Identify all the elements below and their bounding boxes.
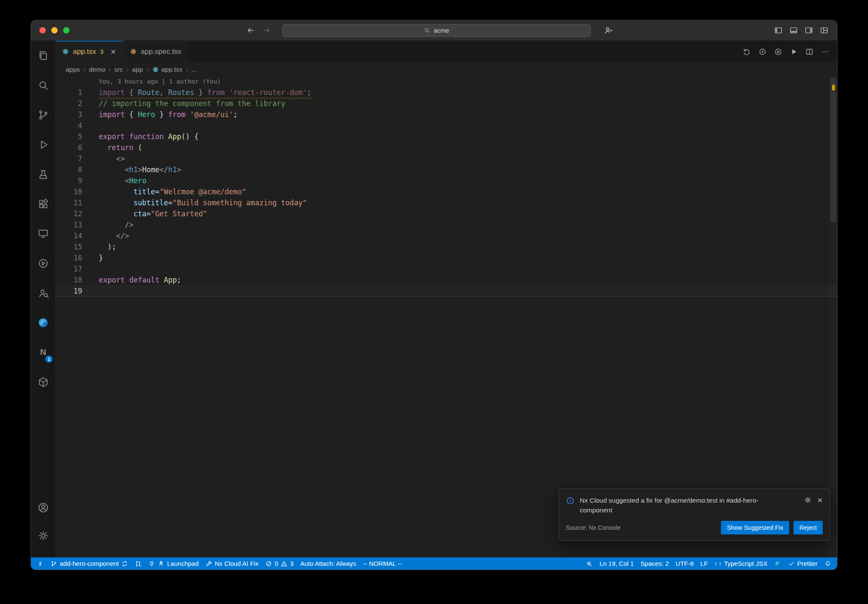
open-changes-icon[interactable] [743, 48, 751, 56]
scrollbar[interactable] [829, 76, 837, 557]
command-center-search[interactable]: acme [282, 24, 591, 37]
toggle-secondary-sidebar-icon[interactable] [804, 26, 813, 35]
customize-layout-icon[interactable] [820, 26, 829, 35]
activity-item-extensions[interactable] [31, 189, 56, 219]
activity-item-nx-console[interactable]: N1 [31, 338, 56, 367]
statusbar-formatter[interactable]: Prettier [785, 557, 821, 570]
line-number[interactable]: 9 [56, 175, 82, 186]
code-line-8[interactable]: 8 <h1>Home</h1> [56, 164, 837, 175]
statusbar-language-mode[interactable]: { }TypeScript JSX [711, 557, 771, 570]
run-file-icon[interactable] [790, 48, 798, 56]
statusbar-notifications-bell[interactable] [821, 557, 835, 570]
line-number[interactable]: 2 [56, 98, 82, 109]
activity-item-live-preview[interactable] [31, 249, 56, 278]
activity-item-package-explorer[interactable] [31, 367, 56, 397]
code-line-7[interactable]: 7 <> [56, 153, 837, 164]
more-actions-icon[interactable] [821, 48, 829, 56]
activity-item-manage-settings[interactable] [31, 522, 56, 550]
activity-item-edge-browser[interactable] [31, 308, 56, 338]
close-icon[interactable]: × [109, 48, 117, 56]
split-editor-icon[interactable] [805, 48, 814, 56]
line-number[interactable]: 12 [56, 208, 82, 219]
breadcrumb-item-demo[interactable]: demo [89, 66, 106, 73]
code-line-9[interactable]: 9 <Hero [56, 175, 837, 186]
code-line-5[interactable]: 5export function App() { [56, 131, 837, 142]
line-number[interactable]: 11 [56, 197, 82, 208]
breadcrumb-item-app[interactable]: app [132, 66, 143, 73]
line-number[interactable]: 14 [56, 230, 82, 241]
breadcrumb-item-src[interactable]: src [114, 66, 123, 73]
activity-item-source-control[interactable] [31, 100, 56, 130]
statusbar-indentation[interactable]: Spaces: 2 [637, 557, 672, 570]
activity-item-remote-explorer[interactable] [31, 219, 56, 249]
code-line-3[interactable]: 3import { Hero } from '@acme/ui'; [56, 109, 837, 120]
go-forward-icon[interactable] [262, 26, 270, 34]
line-number[interactable]: 3 [56, 109, 82, 120]
statusbar-eol[interactable]: LF [697, 557, 712, 570]
statusbar-cursor-position[interactable]: Ln 19, Col 1 [596, 557, 637, 570]
profile-menu-icon[interactable] [602, 25, 615, 36]
code-line-19[interactable]: 19 [56, 285, 837, 296]
activity-item-testing[interactable] [31, 159, 56, 189]
code-line-14[interactable]: 14 </> [56, 230, 837, 241]
code-line-6[interactable]: 6 return ( [56, 142, 837, 153]
line-number[interactable]: 8 [56, 164, 82, 175]
line-number[interactable]: 4 [56, 120, 82, 131]
statusbar-nx-cloud-ai-fix[interactable]: Nx Cloud AI Fix [202, 557, 262, 570]
tab-app.tsx[interactable]: app.tsx3× [56, 41, 124, 62]
activity-item-gitlens[interactable] [31, 278, 56, 308]
line-number[interactable]: 5 [56, 131, 82, 142]
statusbar-vim-mode[interactable]: -- NORMAL -- [359, 557, 405, 570]
statusbar-git-compare[interactable] [131, 557, 145, 570]
zoom-window-button[interactable] [63, 27, 70, 34]
toggle-symbol-icon[interactable] [758, 48, 767, 56]
notification-close-icon[interactable]: × [818, 496, 823, 504]
reject-button[interactable]: Reject [793, 521, 823, 534]
line-number[interactable]: 16 [56, 252, 82, 263]
code-line-4[interactable]: 4 [56, 120, 837, 131]
line-number[interactable]: 15 [56, 241, 82, 252]
statusbar-screencast-zoom[interactable] [582, 557, 596, 570]
code-line-12[interactable]: 12 cta="Get Started" [56, 208, 837, 219]
statusbar-launchpad[interactable]: Launchpad [145, 557, 202, 570]
code-line-2[interactable]: 2// importing the component from the lib… [56, 98, 837, 109]
scrollbar-thumb[interactable] [830, 78, 836, 222]
toggle-primary-sidebar-icon[interactable] [774, 26, 783, 35]
line-number[interactable]: 7 [56, 153, 82, 164]
line-number[interactable]: 13 [56, 219, 82, 230]
statusbar-git-branch[interactable]: add-hero-component [47, 557, 131, 570]
breadcrumb-item-apps[interactable]: apps [66, 66, 80, 73]
statusbar-auto-attach[interactable]: Auto Attach: Always [297, 557, 360, 570]
activity-item-accounts[interactable] [31, 494, 56, 522]
line-number[interactable]: 17 [56, 263, 82, 274]
code-line-1[interactable]: 1import { Route, Routes } from 'react-ro… [56, 87, 837, 98]
code-line-17[interactable]: 17 [56, 263, 837, 274]
minimize-window-button[interactable] [51, 27, 58, 34]
run-preview-icon[interactable] [774, 48, 782, 56]
code-line-13[interactable]: 13 /> [56, 219, 837, 230]
activity-item-search[interactable] [31, 70, 56, 100]
toggle-panel-icon[interactable] [789, 26, 798, 35]
show-suggested-fix-button[interactable]: Show Suggested Fix [721, 521, 789, 534]
close-window-button[interactable] [39, 27, 46, 34]
code-line-11[interactable]: 11 subtitle="Build something amazing tod… [56, 197, 837, 208]
statusbar-browser-indicator[interactable] [771, 557, 785, 570]
line-number[interactable]: 19 [56, 285, 82, 296]
go-back-icon[interactable] [247, 26, 255, 34]
activity-item-explorer[interactable] [31, 41, 56, 70]
title-bar[interactable]: acme [31, 20, 837, 41]
code-editor[interactable]: You, 3 hours ago | 1 author (You) 1impor… [56, 76, 837, 557]
code-line-16[interactable]: 16} [56, 252, 837, 263]
code-line-15[interactable]: 15 ); [56, 241, 837, 252]
statusbar-encoding[interactable]: UTF-8 [672, 557, 697, 570]
line-number[interactable]: 18 [56, 274, 82, 285]
tab-app.spec.tsx[interactable]: app.spec.tsx [124, 41, 187, 62]
code-line-18[interactable]: 18export default App; [56, 274, 837, 285]
line-number[interactable]: 6 [56, 142, 82, 153]
statusbar-remote-indicator[interactable] [33, 557, 47, 570]
code-line-10[interactable]: 10 title="Welcmoe @acme/demo" [56, 186, 837, 197]
notification-settings-icon[interactable] [804, 496, 812, 504]
line-number[interactable]: 10 [56, 186, 82, 197]
line-number[interactable]: 1 [56, 87, 82, 98]
breadcrumb-file[interactable]: app.tsx [152, 66, 183, 73]
